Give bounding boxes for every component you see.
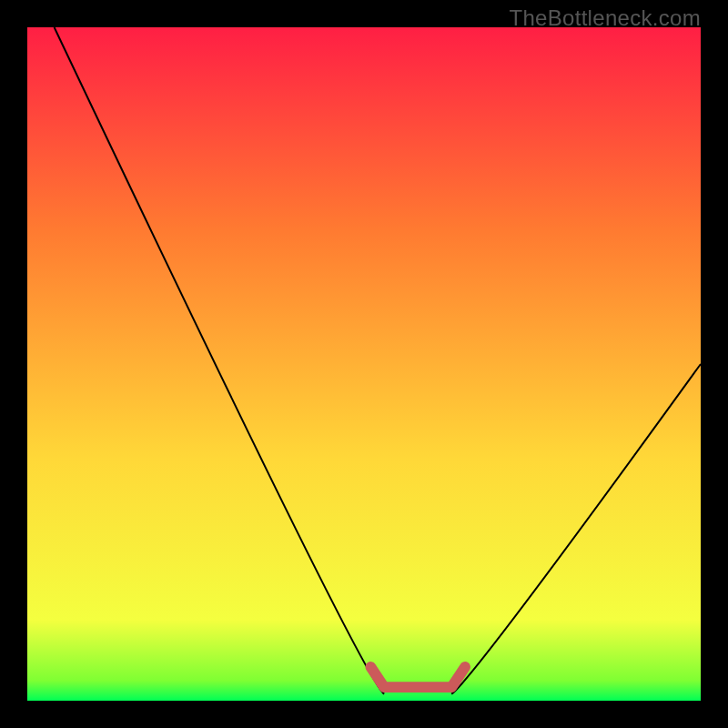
curve-left [55, 27, 385, 694]
curve-right [451, 364, 701, 694]
chart-frame: TheBottleneck.com [0, 0, 728, 728]
watermark-text: TheBottleneck.com [509, 5, 701, 31]
chart-svg [0, 0, 728, 728]
valley-highlight [370, 667, 465, 687]
